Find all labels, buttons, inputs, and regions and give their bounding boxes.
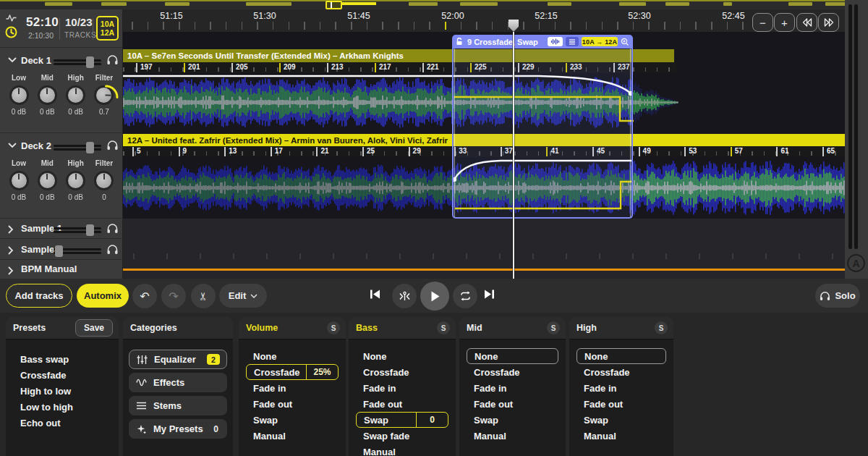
transition-option-none[interactable]: None (576, 348, 666, 364)
transition-option-fade-in[interactable]: Fade in (356, 380, 448, 396)
bpm-automation-line[interactable] (123, 269, 845, 271)
column-solo-button[interactable]: S (437, 321, 450, 334)
headphones-cue-button[interactable] (106, 223, 119, 234)
high-knob[interactable]: High 0 dB (63, 159, 89, 201)
solo-button[interactable]: Solo (815, 284, 860, 308)
selection-region[interactable] (452, 48, 633, 219)
transition-option-none[interactable]: None (246, 348, 339, 364)
waveform-view-button[interactable] (548, 37, 563, 46)
loop-button[interactable] (453, 284, 477, 308)
chevron-down-icon[interactable] (8, 57, 17, 63)
transition-option-manual[interactable]: Manual (467, 428, 558, 444)
time-tick (226, 22, 227, 30)
mid-knob[interactable]: Mid 0 dB (34, 74, 60, 116)
save-preset-button[interactable]: Save (75, 319, 113, 337)
time-label: 52:15 (535, 11, 557, 21)
column-solo-button[interactable]: S (327, 321, 340, 334)
jump-to-playhead-button[interactable] (392, 284, 417, 308)
column-solo-button[interactable]: S (655, 321, 668, 334)
transition-option-swap[interactable]: Swap 0 (356, 412, 448, 428)
minimap-viewport[interactable] (326, 1, 342, 9)
cut-button[interactable]: ✂ (191, 284, 216, 308)
transition-option-fade-out[interactable]: Fade out (246, 396, 339, 412)
transition-option-manual[interactable]: Manual (576, 428, 666, 444)
headphones-cue-button[interactable] (106, 244, 119, 255)
skip-to-end-button[interactable] (483, 288, 495, 300)
transition-option-fade-in[interactable]: Fade in (467, 380, 558, 396)
scrollbar-thumb[interactable] (854, 4, 858, 249)
preset-item[interactable]: High to low (13, 383, 111, 399)
zoom-out-button[interactable]: − (752, 13, 773, 32)
selection-header[interactable]: 9 Crossfade, Swap 10A → 12A (452, 35, 633, 48)
transition-option-swap-fade[interactable]: Swap fade (356, 428, 448, 444)
sample-volume-fader[interactable] (54, 247, 101, 256)
transition-option-swap[interactable]: Swap (246, 412, 339, 428)
filter-knob[interactable]: Filter 0 (91, 159, 117, 201)
preset-item[interactable]: Echo out (13, 415, 111, 431)
category-effects[interactable]: Effects (129, 373, 227, 392)
vertical-scrollbar-rail[interactable]: A (845, 0, 868, 279)
play-button[interactable] (420, 282, 449, 311)
transition-option-crossfade[interactable]: Crossfade (356, 364, 448, 380)
preset-item[interactable]: Crossfade (13, 367, 111, 383)
option-value[interactable]: 0 (416, 413, 448, 427)
transition-option-fade-in[interactable]: Fade in (246, 380, 339, 396)
transition-option-fade-out[interactable]: Fade out (467, 396, 558, 412)
automation-lanes (123, 219, 845, 279)
transition-option-crossfade[interactable]: Crossfade (467, 364, 558, 380)
chevron-down-icon[interactable] (8, 143, 17, 148)
skip-to-start-button[interactable] (369, 288, 381, 300)
preset-item[interactable]: Bass swap (13, 351, 111, 367)
scrollbar-thumb[interactable] (848, 4, 852, 249)
transition-option-fade-in[interactable]: Fade in (576, 380, 666, 396)
mid-knob[interactable]: Mid 0 dB (34, 159, 60, 201)
deck-volume-fader[interactable] (54, 58, 101, 67)
transition-option-swap[interactable]: Swap (576, 412, 666, 428)
transition-option-crossfade[interactable]: Crossfade (576, 364, 666, 380)
time-tick (695, 22, 697, 30)
selection-menu-button[interactable] (566, 37, 579, 46)
mid-transition-column: Mid S None Crossfade Fade in Fade out Sw… (459, 316, 566, 456)
category-equalizer[interactable]: Equalizer2 (129, 350, 227, 369)
sample-volume-fader[interactable] (54, 226, 101, 235)
key-pair-badge[interactable]: 10A 12A (96, 16, 119, 41)
zoom-in-selection-icon[interactable] (621, 38, 629, 46)
time-tick (586, 22, 587, 30)
repeat-icon (459, 291, 472, 301)
timeline-ruler[interactable]: 51:1551:3051:4552:0052:1552:3052:45 (0, 9, 868, 32)
deck-volume-fader[interactable] (54, 143, 101, 152)
transition-option-swap[interactable]: Swap (467, 412, 558, 428)
chevron-right-icon[interactable] (8, 266, 14, 275)
add-tracks-button[interactable]: Add tracks (6, 284, 72, 308)
preset-item[interactable]: Low to high (13, 399, 111, 415)
edit-menu-button[interactable]: Edit (219, 284, 267, 308)
transition-selection-box[interactable]: 9 Crossfade, Swap 10A → 12A (452, 35, 633, 219)
transition-option-manual[interactable]: Manual (356, 444, 448, 456)
seek-backward-button[interactable] (796, 13, 817, 32)
redo-button[interactable]: ↷ (161, 284, 186, 308)
overview-minimap[interactable] (0, 0, 868, 9)
transition-option-manual[interactable]: Manual (246, 428, 339, 444)
minimap-track-segment (665, 2, 689, 6)
undo-button[interactable]: ↶ (132, 284, 157, 308)
seek-forward-button[interactable] (818, 13, 839, 32)
headphones-cue-button[interactable] (106, 54, 119, 65)
low-knob[interactable]: Low 0 dB (6, 74, 32, 116)
high-knob[interactable]: High 0 dB (63, 74, 89, 116)
bpm-section[interactable]: BPM Manual (0, 261, 123, 279)
column-solo-button[interactable]: S (547, 321, 560, 334)
headphones-cue-button[interactable] (106, 140, 119, 151)
transition-option-crossfade[interactable]: Crossfade 25% (246, 364, 339, 380)
category-my-presets[interactable]: My Presets0 (129, 419, 227, 439)
category-stems[interactable]: Stems (129, 396, 227, 415)
transition-option-fade-out[interactable]: Fade out (356, 396, 448, 412)
transition-option-fade-out[interactable]: Fade out (576, 396, 666, 412)
filter-knob[interactable]: Filter 0.7 (91, 74, 117, 116)
transition-option-none[interactable]: None (467, 348, 558, 364)
low-knob[interactable]: Low 0 dB (6, 159, 32, 201)
transition-option-none[interactable]: None (356, 348, 448, 364)
zoom-in-button[interactable]: + (774, 13, 795, 32)
automix-button[interactable]: Automix (77, 284, 129, 308)
option-value[interactable]: 25% (306, 365, 338, 379)
time-label: 51:30 (253, 11, 276, 21)
